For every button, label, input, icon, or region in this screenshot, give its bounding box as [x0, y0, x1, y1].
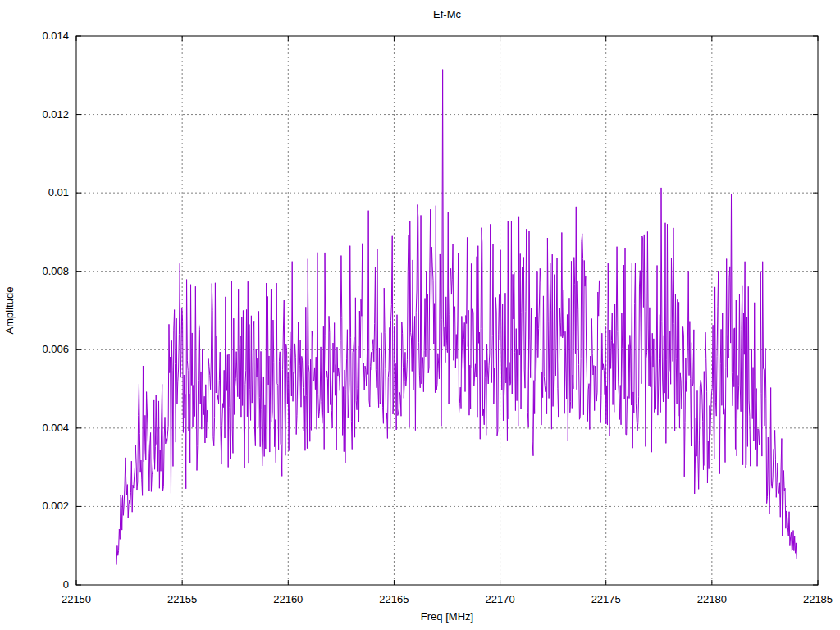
x-axis-label: Freq [MHz] [421, 610, 473, 623]
y-tick-label: 0.008 [42, 265, 69, 277]
x-tick-label: 22165 [379, 593, 409, 605]
y-tick-label: 0.006 [42, 343, 69, 355]
plot-border [76, 36, 818, 585]
grid-lines [76, 36, 818, 585]
y-tick-label: 0.004 [42, 422, 69, 434]
x-tick-label: 22160 [273, 593, 303, 605]
y-tick-label: 0 [63, 578, 69, 591]
chart-title: Ef-Mc [433, 8, 461, 21]
axes [76, 36, 818, 585]
x-tick-label: 22180 [697, 593, 727, 605]
y-tick-label: 0.01 [48, 186, 69, 199]
chart-canvas: Ef-McFreq [MHz]Amplitude2215022155221602… [0, 0, 840, 630]
x-tick-label: 22155 [167, 593, 197, 605]
series-line [116, 70, 797, 565]
y-tick-label: 0.014 [42, 30, 69, 42]
x-tick-label: 22150 [62, 593, 91, 605]
gnuplot-window: Ef-McFreq [MHz]Amplitude2215022155221602… [0, 0, 840, 630]
chart-labels: Ef-McFreq [MHz]Amplitude2215022155221602… [3, 8, 833, 623]
x-tick-label: 22170 [485, 593, 514, 605]
x-tick-label: 22175 [591, 593, 621, 605]
y-tick-label: 0.012 [42, 108, 69, 121]
y-tick-label: 0.002 [42, 500, 69, 512]
y-axis-label: Amplitude [3, 287, 16, 335]
x-tick-label: 22185 [803, 593, 833, 605]
